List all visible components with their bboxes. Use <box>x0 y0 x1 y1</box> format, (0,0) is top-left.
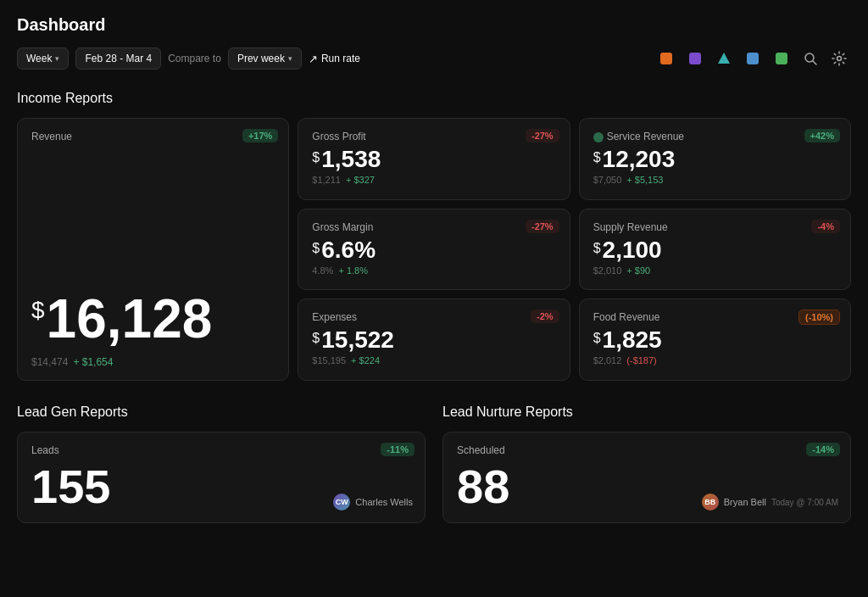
food-revenue-dollar: $ <box>593 331 601 346</box>
app-icon-orange[interactable] <box>656 48 676 69</box>
gross-profit-value-container: $ 1,538 <box>312 148 555 171</box>
page-title: Dashboard <box>17 15 851 35</box>
gross-margin-value-container: $ 6.6% <box>312 238 555 262</box>
scheduled-person-name: Bryan Bell <box>724 497 766 507</box>
week-label: Week <box>26 53 52 64</box>
app-icon-group <box>656 48 821 69</box>
revenue-big-number: 16,128 <box>47 292 213 346</box>
compare-label: Compare to <box>168 53 221 64</box>
expenses-prev: $15,195 <box>312 355 346 365</box>
revenue-dollar-sign: $ <box>31 297 45 324</box>
gross-margin-number: 6.6% <box>321 238 376 262</box>
app-container: Dashboard Week ▾ Feb 28 - Mar 4 Compare … <box>0 0 868 597</box>
expenses-number: 15,522 <box>321 328 394 352</box>
leads-label: Leads <box>31 444 411 456</box>
revenue-card: Revenue +17% $ 16,128 $14,474 + $1,654 <box>17 118 289 381</box>
supply-revenue-prev: $2,010 <box>593 265 622 276</box>
leads-card: Leads -11% 155 CW Charles Wells <box>17 432 426 523</box>
service-revenue-dollar: $ <box>593 150 601 165</box>
revenue-sub: $14,474 + $1,654 <box>31 356 275 368</box>
expenses-value-container: $ 15,522 <box>312 328 555 352</box>
leads-badge: -11% <box>381 443 415 456</box>
food-revenue-number: 1,825 <box>603 328 662 352</box>
app-icon-green[interactable] <box>771 48 792 69</box>
service-revenue-number: 12,203 <box>603 148 676 171</box>
date-range-selector[interactable]: Feb 28 - Mar 4 <box>75 47 161 70</box>
expenses-dollar: $ <box>312 331 320 346</box>
supply-revenue-number: 2,100 <box>603 238 662 262</box>
supply-revenue-dollar: $ <box>593 241 601 256</box>
expenses-card: Expenses -2% $ 15,522 $15,195 + $224 <box>298 298 570 381</box>
food-revenue-value-container: $ 1,825 <box>593 328 837 352</box>
gross-margin-dollar: $ <box>312 241 320 256</box>
app-icon-blue[interactable] <box>743 48 763 69</box>
lead-nurture-section: Lead Nurture Reports Scheduled -14% 88 B… <box>442 405 851 523</box>
expenses-label: Expenses <box>312 311 555 323</box>
revenue-prev: $14,474 <box>31 356 68 368</box>
supply-revenue-badge: -4% <box>811 220 840 233</box>
service-icon <box>593 132 604 142</box>
svg-rect-3 <box>747 53 759 64</box>
service-revenue-delta: + $5,153 <box>626 175 663 185</box>
leads-person-name: Charles Wells <box>355 497 413 507</box>
svg-rect-0 <box>660 53 672 64</box>
gross-margin-card: Gross Margin -27% $ 6.6% 4.8% + 1.8% <box>298 209 570 291</box>
food-revenue-prev: $2,012 <box>593 355 622 365</box>
svg-line-6 <box>813 61 816 64</box>
scheduled-person: BB Bryan Bell Today @ 7:00 AM <box>702 494 838 511</box>
scheduled-timestamp: Today @ 7:00 AM <box>771 498 838 507</box>
lead-gen-title: Lead Gen Reports <box>17 405 426 420</box>
income-section-title: Income Reports <box>17 91 851 106</box>
service-revenue-sub: $7,050 + $5,153 <box>593 175 837 185</box>
lead-gen-section: Lead Gen Reports Leads -11% 155 CW Charl… <box>17 405 426 523</box>
settings-button[interactable] <box>827 47 851 70</box>
supply-revenue-delta: + $90 <box>626 265 650 276</box>
supply-revenue-value-container: $ 2,100 <box>593 238 837 262</box>
expenses-delta: + $224 <box>351 355 380 365</box>
run-rate-label: Run rate <box>321 53 360 64</box>
revenue-delta: + $1,654 <box>73 356 113 368</box>
scheduled-label: Scheduled <box>457 444 837 456</box>
gross-profit-sub: $1,211 + $327 <box>312 175 555 185</box>
service-revenue-value-container: $ 12,203 <box>593 148 837 171</box>
supply-revenue-sub: $2,010 + $90 <box>593 265 837 276</box>
prev-week-label: Prev week <box>237 53 285 64</box>
app-icon-teal[interactable] <box>714 48 734 69</box>
chevron-down-icon: ▾ <box>55 54 59 63</box>
search-icon[interactable] <box>800 48 821 69</box>
run-rate-button[interactable]: ↗ Run rate <box>309 53 360 65</box>
svg-point-7 <box>837 57 842 61</box>
week-selector[interactable]: Week ▾ <box>17 47 69 70</box>
income-section: Income Reports Revenue +17% $ 16,128 $14… <box>17 91 851 405</box>
food-revenue-sub: $2,012 (-$187) <box>593 355 837 365</box>
supply-revenue-label: Supply Revenue <box>593 221 837 233</box>
gross-profit-badge: -27% <box>526 129 559 142</box>
food-revenue-card: Food Revenue (-10%) $ 1,825 $2,012 (-$18… <box>579 298 851 381</box>
gross-profit-prev: $1,211 <box>312 175 341 185</box>
food-revenue-badge: (-10%) <box>798 310 840 325</box>
food-revenue-delta: (-$187) <box>626 355 656 365</box>
gross-margin-badge: -27% <box>526 220 559 233</box>
scheduled-card: Scheduled -14% 88 BB Bryan Bell Today @ … <box>442 432 851 523</box>
date-range-label: Feb 28 - Mar 4 <box>85 53 152 64</box>
svg-rect-1 <box>689 53 701 64</box>
prev-week-selector[interactable]: Prev week ▾ <box>228 47 302 70</box>
leads-person: CW Charles Wells <box>333 494 413 511</box>
scheduled-avatar: BB <box>702 494 719 511</box>
toolbar: Week ▾ Feb 28 - Mar 4 Compare to Prev we… <box>17 47 851 70</box>
gross-margin-prev: 4.8% <box>312 265 333 276</box>
gross-profit-label: Gross Profit <box>312 131 555 142</box>
gross-margin-label: Gross Margin <box>312 221 555 233</box>
app-icon-purple[interactable] <box>685 48 705 69</box>
revenue-badge: +17% <box>242 129 278 142</box>
bottom-sections: Lead Gen Reports Leads -11% 155 CW Charl… <box>17 405 851 523</box>
leads-avatar: CW <box>333 494 350 511</box>
service-revenue-badge: +42% <box>804 129 840 142</box>
gross-profit-number: 1,538 <box>321 148 381 171</box>
svg-rect-4 <box>776 53 787 64</box>
lead-nurture-title: Lead Nurture Reports <box>442 405 851 420</box>
expenses-sub: $15,195 + $224 <box>312 355 555 365</box>
income-grid: Revenue +17% $ 16,128 $14,474 + $1,654 G… <box>17 118 851 381</box>
svg-marker-2 <box>718 53 730 64</box>
service-revenue-card: Service Revenue +42% $ 12,203 $7,050 + $… <box>579 118 851 200</box>
